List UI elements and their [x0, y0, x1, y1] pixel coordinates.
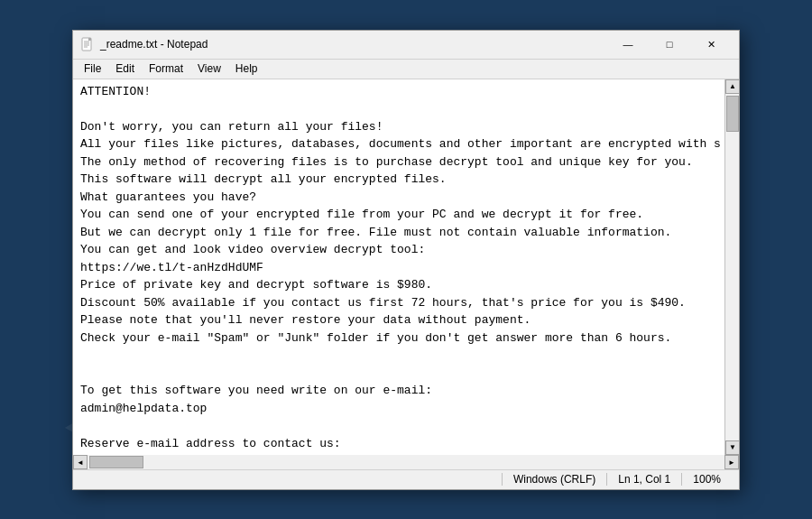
- close-button[interactable]: ✕: [690, 30, 732, 59]
- window-controls: — □ ✕: [607, 30, 732, 59]
- scroll-thumb-vertical[interactable]: [726, 96, 739, 132]
- window-title: _readme.txt - Notepad: [100, 38, 607, 51]
- notepad-window: _readme.txt - Notepad — □ ✕ File Edit Fo…: [72, 30, 740, 490]
- content-wrapper: ATTENTION! Don't worry, you can return a…: [73, 79, 739, 455]
- scroll-left-button[interactable]: ◄: [73, 455, 88, 469]
- menu-format[interactable]: Format: [142, 60, 190, 77]
- scroll-up-button[interactable]: ▲: [725, 79, 739, 94]
- text-content[interactable]: ATTENTION! Don't worry, you can return a…: [73, 79, 724, 455]
- status-zoom: 100%: [681, 473, 732, 486]
- menu-view[interactable]: View: [190, 60, 228, 77]
- status-sections: Windows (CRLF) Ln 1, Col 1 100%: [95, 473, 732, 486]
- restore-button[interactable]: □: [649, 30, 690, 59]
- scroll-right-button[interactable]: ►: [724, 455, 739, 469]
- scrollbar-horizontal[interactable]: ◄ ►: [73, 455, 739, 469]
- scroll-track-vertical[interactable]: [725, 94, 739, 440]
- menu-bar: File Edit Format View Help: [73, 60, 739, 79]
- minimize-button[interactable]: —: [607, 30, 649, 59]
- menu-help[interactable]: Help: [228, 60, 265, 77]
- scroll-down-button[interactable]: ▼: [725, 440, 739, 455]
- status-encoding: Windows (CRLF): [502, 473, 606, 486]
- scrollbar-vertical[interactable]: ▲ ▼: [724, 79, 739, 455]
- status-bar: Windows (CRLF) Ln 1, Col 1 100%: [73, 469, 739, 489]
- status-position: Ln 1, Col 1: [606, 473, 681, 486]
- scroll-track-horizontal[interactable]: [88, 455, 724, 469]
- menu-edit[interactable]: Edit: [108, 60, 142, 77]
- title-bar: _readme.txt - Notepad — □ ✕: [73, 31, 739, 60]
- menu-file[interactable]: File: [77, 60, 108, 77]
- app-icon: [80, 37, 95, 51]
- svg-rect-1: [88, 38, 91, 41]
- scroll-thumb-horizontal[interactable]: [89, 456, 143, 468]
